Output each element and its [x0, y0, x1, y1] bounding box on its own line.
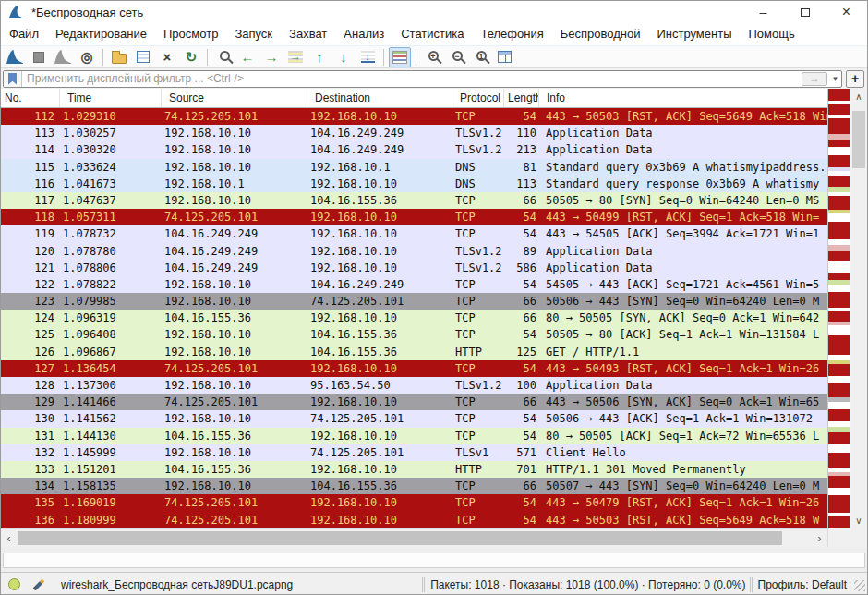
scroll-down-button[interactable]: ∨ — [850, 513, 867, 528]
menu-item-capture[interactable]: Захват — [281, 23, 335, 45]
scroll-up-button[interactable]: ∧ — [850, 89, 867, 104]
cell-len: 571 — [504, 444, 539, 461]
go-bottom-button[interactable]: ↓ — [332, 47, 355, 67]
column-header-no[interactable]: No. — [1, 89, 60, 107]
packet-row-126[interactable]: 1261.096867192.168.10.10104.16.155.36HTT… — [1, 344, 827, 360]
packet-row-114[interactable]: 1141.030320192.168.10.10104.16.249.249TL… — [1, 141, 827, 158]
go-to-packet-button[interactable]: → — [284, 47, 307, 67]
zoom-original-button[interactable]: 1 — [469, 47, 491, 67]
display-filter-box: → ▼ — [3, 70, 842, 88]
packet-row-116[interactable]: 1161.041673192.168.10.1192.168.10.10DNS1… — [1, 176, 827, 192]
filter-dropdown-caret[interactable]: ▼ — [829, 75, 841, 83]
packet-row-117[interactable]: 1171.047637192.168.10.10104.16.155.36TCP… — [1, 192, 827, 209]
cell-info: 50506 → 443 [SYN] Seq=0 Win=64240 Len=0 … — [539, 293, 827, 310]
filter-bookmark-button[interactable] — [4, 71, 22, 87]
packet-row-132[interactable]: 1321.145999192.168.10.1074.125.205.101TL… — [1, 444, 827, 461]
resize-grip[interactable] — [854, 580, 865, 591]
profile-label[interactable]: Профиль: Default — [758, 578, 848, 591]
packet-row-125[interactable]: 1251.096408192.168.10.10104.16.155.36TCP… — [1, 326, 827, 343]
reload-file-button[interactable]: ↻ — [180, 47, 202, 67]
cell-time: 1.136454 — [60, 360, 162, 377]
add-filter-button[interactable]: + — [846, 70, 864, 88]
horizontal-scroll-thumb[interactable] — [18, 531, 782, 545]
close-button[interactable]: × — [826, 1, 867, 23]
menu-item-analyze[interactable]: Анализ — [335, 23, 392, 45]
stop-capture-button[interactable] — [28, 47, 50, 67]
packet-row-135[interactable]: 1351.16901974.125.205.101192.168.10.10TC… — [1, 494, 827, 511]
display-filter-input[interactable] — [22, 71, 802, 87]
menu-item-go[interactable]: Запуск — [226, 23, 281, 45]
menu-item-statistics[interactable]: Статистика — [392, 23, 472, 45]
packet-row-131[interactable]: 1311.144130104.16.155.36192.168.10.10TCP… — [1, 428, 827, 444]
go-top-button[interactable]: ↑ — [308, 47, 331, 67]
menu-item-help[interactable]: Помощь — [741, 23, 803, 45]
scroll-left-button[interactable]: ‹ — [1, 529, 17, 547]
menu-item-tools[interactable]: Инструменты — [648, 23, 740, 45]
column-header-time[interactable]: Time — [60, 89, 162, 107]
menu-item-file[interactable]: Файл — [1, 23, 47, 45]
packet-row-112[interactable]: 1121.02931074.125.205.101192.168.10.10TC… — [1, 108, 827, 125]
minimize-button[interactable]: – — [742, 1, 784, 23]
cell-info: Standard query 0x3b69 A whatismyipaddres… — [539, 159, 827, 176]
menu-item-telephony[interactable]: Телефония — [472, 23, 551, 45]
packet-row-133[interactable]: 1331.151201104.16.155.36192.168.10.10HTT… — [1, 461, 827, 478]
packet-row-120[interactable]: 1201.078780104.16.249.249192.168.10.10TL… — [1, 243, 827, 260]
packet-row-123[interactable]: 1231.079985192.168.10.1074.125.205.101TC… — [1, 293, 827, 310]
go-back-button[interactable]: ← — [236, 47, 259, 67]
zoom-out-button[interactable]: − — [445, 47, 467, 67]
cell-len: 66 — [504, 478, 539, 494]
capture-options-button[interactable]: ◎ — [76, 47, 98, 67]
packet-row-118[interactable]: 1181.05731174.125.205.101192.168.10.10TC… — [1, 209, 827, 225]
packet-row-128[interactable]: 1281.137300192.168.10.1095.163.54.50TLSv… — [1, 377, 827, 394]
scroll-right-button[interactable]: › — [812, 529, 827, 547]
packet-row-129[interactable]: 1291.14146674.125.205.101192.168.10.10TC… — [1, 394, 827, 410]
minimap-stripe — [828, 118, 850, 134]
column-header-protocol[interactable]: Protocol — [452, 89, 504, 107]
statusbar-separator — [422, 577, 423, 592]
auto-scroll-button[interactable]: ↓ — [356, 47, 379, 67]
packet-row-124[interactable]: 1241.096319104.16.155.36192.168.10.10TCP… — [1, 310, 827, 326]
save-file-button[interactable] — [132, 47, 154, 67]
packet-row-122[interactable]: 1221.078822192.168.10.10104.16.249.249TC… — [1, 276, 827, 293]
packet-row-136[interactable]: 1361.18099974.125.205.101192.168.10.10TC… — [1, 512, 827, 528]
column-header-destination[interactable]: Destination — [307, 89, 452, 107]
zoom-in-button[interactable]: + — [421, 47, 443, 67]
cell-proto: DNS — [452, 176, 504, 192]
capture-comment-button[interactable] — [30, 577, 48, 592]
vertical-scroll-thumb[interactable] — [852, 111, 865, 168]
column-header-length[interactable]: Length — [504, 89, 539, 107]
packet-row-113[interactable]: 1131.030257192.168.10.10104.16.249.249TL… — [1, 125, 827, 141]
open-file-button[interactable] — [108, 47, 130, 67]
menu-item-view[interactable]: Просмотр — [155, 23, 226, 45]
cell-proto: TLSv1 — [452, 444, 504, 461]
expert-info-icon[interactable] — [8, 578, 20, 590]
column-header-info[interactable]: Info — [539, 89, 827, 107]
cell-proto: HTTP — [452, 344, 504, 360]
start-capture-button[interactable] — [4, 47, 26, 67]
intelligent-scrollbar[interactable] — [827, 89, 850, 528]
packet-row-121[interactable]: 1211.078806104.16.249.249192.168.10.10TL… — [1, 260, 827, 276]
stop-capture-icon — [33, 52, 44, 63]
menu-item-edit[interactable]: Редактирование — [47, 23, 155, 45]
maximize-button[interactable] — [784, 1, 826, 23]
horizontal-scrollbar[interactable]: ‹ › — [1, 528, 827, 547]
packet-row-115[interactable]: 1151.033624192.168.10.10192.168.10.1DNS8… — [1, 159, 827, 176]
packet-row-130[interactable]: 1301.141562192.168.10.1074.125.205.101TC… — [1, 410, 827, 427]
packet-row-127[interactable]: 1271.13645474.125.205.101192.168.10.10TC… — [1, 360, 827, 377]
restart-capture-button[interactable] — [52, 47, 74, 67]
cell-time: 1.047637 — [60, 192, 162, 209]
cell-no: 114 — [1, 141, 60, 158]
close-file-button[interactable]: × — [156, 47, 178, 67]
resize-columns-button[interactable] — [493, 47, 515, 67]
cell-time: 1.158135 — [60, 478, 162, 494]
packet-row-134[interactable]: 1341.158135192.168.10.10104.16.155.36TCP… — [1, 478, 827, 494]
column-header-source[interactable]: Source — [162, 89, 307, 107]
vertical-scrollbar[interactable]: ∧ ∨ — [850, 89, 867, 528]
find-packet-button[interactable] — [212, 47, 235, 67]
go-forward-button[interactable]: → — [260, 47, 283, 67]
apply-filter-button[interactable]: → — [802, 72, 827, 86]
packet-row-119[interactable]: 1191.078732104.16.249.249192.168.10.10TC… — [1, 225, 827, 242]
menu-item-wireless[interactable]: Беспроводной — [552, 23, 649, 45]
cell-len: 54 — [504, 512, 539, 528]
colorize-button[interactable] — [389, 47, 411, 67]
